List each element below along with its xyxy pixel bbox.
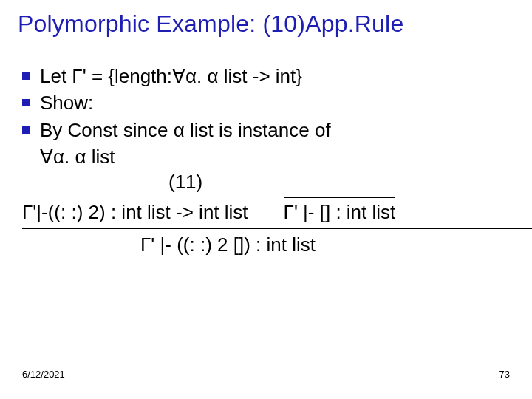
square-bullet-icon bbox=[22, 126, 30, 134]
bullet-text-show: Show: bbox=[40, 90, 93, 115]
bullet-row-const: By Const since α list is instance of bbox=[22, 117, 525, 143]
slide: Polymorphic Example: (10)App.Rule Let Γ'… bbox=[0, 0, 532, 399]
slide-body: Let Γ' = {length:∀α. α list -> int} Show… bbox=[22, 64, 525, 257]
square-bullet-icon bbox=[22, 99, 30, 106]
rule-conclusion: Γ' |- ((: :) 2 []) : int list bbox=[22, 232, 525, 257]
bullet-row-show: Show: bbox=[22, 90, 525, 115]
footer-page-number: 73 bbox=[499, 369, 510, 380]
premise-left: Γ'|-((: :) 2) : int list -> int list bbox=[22, 200, 248, 225]
page-title: Polymorphic Example: (10)App.Rule bbox=[18, 10, 517, 38]
bullet-row-let: Let Γ' = {length:∀α. α list -> int} bbox=[22, 64, 525, 89]
premise-right: Γ' |- [] : int list bbox=[284, 197, 396, 225]
bullet-text-let: Let Γ' = {length:∀α. α list -> int} bbox=[40, 64, 302, 89]
rule-premises: Γ'|-((: :) 2) : int list -> int list Γ' … bbox=[22, 197, 525, 225]
inference-rule-line bbox=[22, 228, 532, 229]
footer-date: 6/12/2021 bbox=[22, 369, 65, 380]
square-bullet-icon bbox=[22, 72, 30, 80]
bullet-text-const: By Const since α list is instance of bbox=[40, 117, 331, 143]
line-rule-number: (11) bbox=[22, 169, 525, 194]
line-forall-list: ∀α. α list bbox=[22, 144, 525, 169]
